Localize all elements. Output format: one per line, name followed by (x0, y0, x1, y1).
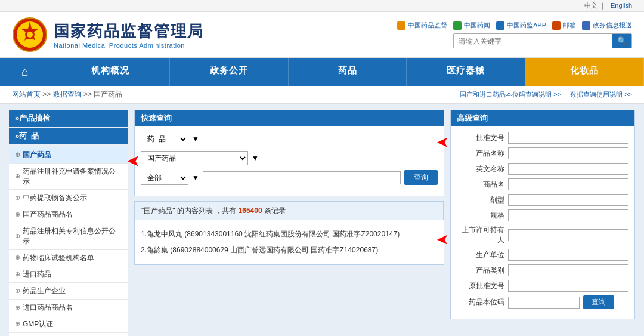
sidebar-section-drugs[interactable]: »药 品 (9, 128, 128, 144)
breadcrumb-code-link[interactable]: 国产和进口药品本位码查询说明 >> (460, 90, 561, 99)
sidebar-item-domestic-brand[interactable]: ⊕ 国产药品商品名 (9, 206, 128, 223)
sidebar-section-products[interactable]: »产品抽检 (9, 110, 128, 127)
social-news[interactable]: 中国药闻 (453, 21, 490, 30)
result-header: "国产药品" 的内容列表 ，共有 165400 条记录 (135, 202, 444, 220)
search-input[interactable] (454, 35, 612, 48)
adv-category-label: 产品类别 (457, 266, 504, 276)
adv-spec-row: 规格 (457, 209, 628, 221)
advanced-query-button[interactable]: 查询 (583, 295, 614, 309)
adv-spec-label: 规格 (457, 211, 504, 221)
adv-drug-code-input[interactable] (508, 297, 580, 309)
adv-brand-name-label: 商品名 (457, 180, 504, 190)
adv-license-label: 上市许可持有人 (457, 225, 504, 245)
result-box: "国产药品" 的内容列表 ，共有 165400 条记录 1.龟龙中风丸 (869… (134, 201, 444, 265)
adv-dosage-form-row: 剂型 (457, 194, 628, 206)
sidebar-label-patent: 药品注册相关专利信息公开公示 (23, 226, 122, 246)
result-unit: 条记录 (264, 206, 286, 215)
result-label: "国产药品" 的内容列表 ，共有 (141, 206, 239, 215)
quick-query-title: 快速查询 (135, 110, 444, 126)
breadcrumb-help-link[interactable]: 数据查询使用说明 >> (570, 90, 632, 99)
sidebar-item-domestic-drugs[interactable]: ⊕ 国产药品 (9, 147, 128, 164)
query-type-select[interactable]: 药 品 (141, 132, 188, 146)
org-name-en: National Medical Products Administration (54, 42, 204, 49)
breadcrumb-home[interactable]: 网站首页 (12, 90, 41, 98)
adv-product-name-input[interactable] (508, 147, 628, 159)
nav-about[interactable]: 机构概况 (51, 58, 170, 86)
adv-dosage-form-label: 剂型 (457, 195, 504, 205)
expand-icon-6: ⊕ (15, 253, 20, 262)
org-name-cn: 国家药品监督管理局 (54, 21, 204, 42)
sidebar-item-drug-registration[interactable]: ⊕ 药品注册补充申请备案情况公示 (9, 164, 128, 190)
sidebar-item-gmp[interactable]: ⊕ GMP认证 (9, 316, 128, 333)
nav-medical[interactable]: 医疗器械 (407, 58, 525, 86)
national-emblem-icon (12, 17, 48, 53)
adv-approval-no-input[interactable] (508, 132, 628, 144)
social-app[interactable]: 中国药监APP (496, 21, 546, 30)
sidebar-label-gmp: GMP认证 (23, 319, 53, 329)
adv-approval-no-row: 批准文号 (457, 132, 628, 144)
query-sub-select[interactable]: 全部 (141, 171, 188, 185)
result-item-2[interactable]: 2.龟龄集 (86902884000629 山西广誉远国药有限公司 国药准字Z1… (141, 242, 438, 258)
adv-dosage-form-input[interactable] (508, 194, 628, 206)
search-button[interactable]: 🔍 (612, 34, 631, 48)
social-weibo[interactable]: 中国药品监督 (397, 21, 447, 30)
sidebar-label-domestic-drugs: 国产药品 (23, 150, 51, 160)
expand-icon-4: ⊕ (15, 210, 20, 219)
expand-icon-3: ⊕ (15, 193, 20, 202)
nav-drugs[interactable]: 药品 (289, 58, 407, 86)
sidebar-label-import: 进口药品 (23, 269, 51, 279)
advanced-query-box: 高级查询 批准文号 产品名称 英文名称 商品名 剂型 规格 (450, 110, 635, 319)
query-sub-row: 全部 ▼ 查询 (141, 170, 438, 185)
breadcrumb-bar: 网站首页 >> 数据查询 >> 国产药品 国产和进口药品本位码查询说明 >> 数… (0, 86, 644, 104)
adv-license-input[interactable] (508, 229, 628, 241)
expand-icon: ⊕ (15, 150, 20, 159)
query-category-select[interactable]: 国产药品 (141, 151, 248, 165)
result-count: 165400 (239, 206, 262, 215)
nav-home[interactable]: ⌂ (0, 58, 51, 86)
sidebar-item-tcm-extract[interactable]: ⊕ 中药提取物备案公示 (9, 190, 128, 206)
sidebar-label-import-brand: 进口药品商品名 (23, 303, 73, 313)
zh-lang[interactable]: 中文 (584, 2, 597, 9)
query-type-row: 药 品 ▼ (141, 132, 438, 146)
expand-icon-7: ⊕ (15, 270, 20, 279)
sidebar-label-mfr: 药品生产企业 (23, 286, 66, 296)
result-item-1[interactable]: 1.龟龙中风丸 (86901343001160 沈阳红药集团股份有限公司 国药准… (141, 226, 438, 242)
advanced-query-title: 高级查询 (451, 110, 634, 126)
adv-orig-approval-label: 原批准文号 (457, 281, 504, 291)
expand-icon-10: ⊕ (15, 319, 20, 328)
query-category-row: 国产药品 ▼ (141, 151, 438, 165)
adv-brand-name-input[interactable] (508, 178, 628, 190)
adv-category-input[interactable] (508, 264, 628, 276)
adv-mfr-input[interactable] (508, 249, 628, 261)
sidebar-item-import-drugs[interactable]: ⊕ 进口药品 (9, 266, 128, 283)
category-arrow-icon: ▼ (252, 154, 259, 162)
query-keyword-input[interactable] (203, 171, 401, 184)
search-bar: 🔍 (453, 33, 632, 48)
sidebar-item-distributor[interactable]: ⊕ 药品经营企业 (9, 333, 128, 336)
adv-drug-code-row: 药品本位码 查询 (457, 295, 628, 309)
en-lang[interactable]: English (611, 2, 632, 9)
header-right: 中国药品监督 中国药闻 中国药监APP 邮箱 政务信息报送 🔍 (397, 21, 632, 48)
adv-english-name-input[interactable] (508, 163, 628, 175)
adv-arrow-2: ➤ (437, 232, 448, 248)
sidebar-item-clinical-trial[interactable]: ⊕ 药物临床试验机构名单 (9, 250, 128, 267)
adv-product-name-row: 产品名称 (457, 147, 628, 159)
social-mail[interactable]: 邮箱 (552, 21, 576, 30)
breadcrumb-query[interactable]: 数据查询 (53, 90, 82, 98)
nav-cosmetics[interactable]: 化妆品 (525, 58, 644, 86)
quick-query-box: 快速查询 药 品 ▼ 国产药品 ▼ 全部 ▼ 查询 (134, 110, 444, 196)
sidebar-item-patent[interactable]: ⊕ 药品注册相关专利信息公开公示 (9, 223, 128, 250)
sidebar-item-manufacturer[interactable]: ⊕ 药品生产企业 (9, 283, 128, 300)
quick-query-button[interactable]: 查询 (404, 170, 438, 185)
mail-icon (552, 21, 561, 30)
logo-area: 国家药品监督管理局 National Medical Products Admi… (12, 17, 204, 53)
expand-icon-9: ⊕ (15, 303, 20, 312)
sidebar-item-import-brand[interactable]: ⊕ 进口药品商品名 (9, 300, 128, 316)
adv-spec-input[interactable] (508, 209, 628, 221)
gov-icon (582, 21, 590, 30)
nav-policy[interactable]: 政务公开 (170, 58, 289, 86)
lang-separator: ｜ (599, 2, 608, 9)
social-gov[interactable]: 政务信息报送 (582, 21, 632, 30)
adv-mfr-label: 生产单位 (457, 250, 504, 260)
adv-orig-approval-input[interactable] (508, 280, 628, 292)
